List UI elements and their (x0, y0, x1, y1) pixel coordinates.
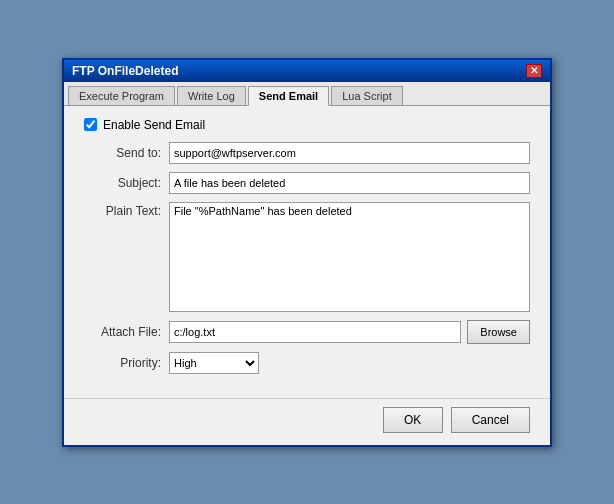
cancel-button[interactable]: Cancel (451, 407, 530, 433)
dialog-title: FTP OnFileDeleted (72, 64, 178, 78)
priority-row: Priority: High Normal Low (84, 352, 530, 374)
tab-execute-program[interactable]: Execute Program (68, 86, 175, 105)
browse-button[interactable]: Browse (467, 320, 530, 344)
priority-select[interactable]: High Normal Low (169, 352, 259, 374)
send-to-row: Send to: (84, 142, 530, 164)
ok-button[interactable]: OK (383, 407, 443, 433)
attach-file-row: Attach File: Browse (84, 320, 530, 344)
button-row: OK Cancel (64, 398, 550, 445)
attach-file-input[interactable] (169, 321, 461, 343)
tab-bar: Execute Program Write Log Send Email Lua… (64, 82, 550, 106)
subject-row: Subject: (84, 172, 530, 194)
tab-content: Enable Send Email Send to: Subject: Plai… (64, 106, 550, 398)
close-button[interactable]: ✕ (526, 64, 542, 78)
enable-label: Enable Send Email (103, 118, 205, 132)
plain-text-textarea[interactable]: File "%PathName" has been deleted (169, 202, 530, 312)
subject-label: Subject: (84, 176, 169, 190)
enable-row: Enable Send Email (84, 118, 530, 132)
attach-file-label: Attach File: (84, 325, 169, 339)
subject-input[interactable] (169, 172, 530, 194)
dialog-window: FTP OnFileDeleted ✕ Execute Program Writ… (62, 58, 552, 447)
tab-send-email[interactable]: Send Email (248, 86, 329, 106)
plain-text-label: Plain Text: (84, 202, 169, 218)
tab-lua-script[interactable]: Lua Script (331, 86, 403, 105)
priority-label: Priority: (84, 356, 169, 370)
enable-checkbox[interactable] (84, 118, 97, 131)
title-bar: FTP OnFileDeleted ✕ (64, 60, 550, 82)
send-to-input[interactable] (169, 142, 530, 164)
plain-text-row: Plain Text: File "%PathName" has been de… (84, 202, 530, 312)
send-to-label: Send to: (84, 146, 169, 160)
tab-write-log[interactable]: Write Log (177, 86, 246, 105)
